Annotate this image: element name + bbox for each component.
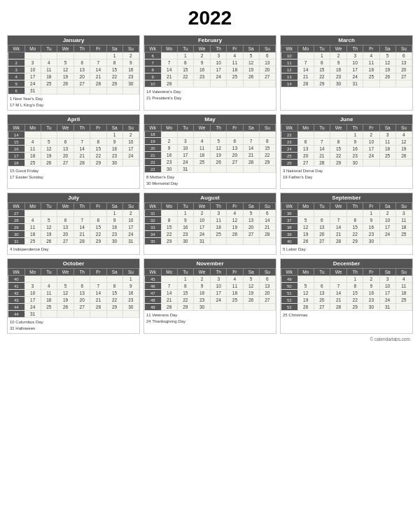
holiday-item: 8 Mother's Day [146, 174, 274, 181]
week-number: 27 [8, 210, 25, 217]
day-cell: 17 [379, 224, 396, 231]
day-cell [243, 166, 259, 173]
day-header: Th [347, 46, 363, 52]
day-cell: 17 [193, 224, 210, 231]
day-header: Wk [145, 269, 162, 276]
day-cell [106, 88, 122, 94]
month-header: March [281, 36, 412, 45]
day-cell: 21 [330, 231, 346, 238]
day-cell: 9 [193, 59, 210, 66]
week-number: 48 [145, 297, 162, 304]
day-cell: 27 [314, 238, 330, 245]
week-number: 44 [8, 311, 25, 318]
day-cell: 20 [57, 231, 74, 238]
month-header: June [281, 115, 412, 124]
day-cell: 23 [347, 153, 363, 160]
day-cell: 20 [227, 152, 243, 159]
day-cell: 11 [193, 145, 210, 152]
month-table: WkMoTuWeThFrSaSu271228456789102911121314… [8, 202, 139, 245]
day-cell [330, 276, 346, 283]
day-cell [24, 132, 41, 139]
day-cell: 17 [122, 146, 139, 153]
day-cell: 15 [161, 224, 177, 231]
holiday-item: 30 Memorial Day [146, 181, 274, 187]
day-cell: 15 [90, 146, 106, 153]
day-cell: 11 [363, 59, 379, 66]
day-header: Su [396, 125, 412, 132]
day-cell: 20 [396, 66, 412, 74]
day-cell: 8 [347, 283, 363, 290]
day-cell: 6 [57, 139, 74, 146]
day-cell: 12 [379, 59, 396, 66]
day-cell: 28 [161, 80, 177, 88]
day-cell: 9 [161, 145, 177, 152]
day-header: Su [122, 203, 139, 210]
week-number: 36 [281, 210, 298, 217]
week-number: 13 [281, 74, 298, 80]
day-cell: 29 [177, 304, 193, 311]
day-header: Su [259, 125, 275, 132]
day-cell: 3 [347, 52, 363, 59]
day-cell: 3 [177, 138, 193, 145]
day-cell: 27 [74, 304, 90, 311]
day-cell: 23 [106, 153, 122, 160]
day-cell: 27 [396, 74, 412, 80]
week-number: 24 [281, 146, 298, 153]
day-cell: 10 [379, 217, 396, 224]
day-cell [161, 210, 177, 217]
day-cell: 26 [41, 160, 57, 167]
day-cell: 5 [57, 59, 74, 66]
day-cell: 16 [106, 146, 122, 153]
day-cell: 6 [259, 52, 275, 59]
day-cell: 12 [211, 145, 227, 152]
month-block-may: MayWkMoTuWeThFrSaSu181923456782091011121… [144, 114, 276, 189]
day-cell: 20 [259, 66, 275, 74]
day-cell: 19 [243, 290, 259, 297]
week-number: 47 [145, 290, 162, 297]
day-header: We [330, 203, 346, 210]
day-header: Tu [41, 203, 57, 210]
day-header: Th [347, 203, 363, 210]
day-cell: 14 [259, 217, 275, 224]
day-cell: 15 [106, 66, 122, 74]
day-cell: 9 [106, 217, 122, 224]
day-cell: 4 [24, 217, 41, 224]
week-number: 2 [8, 59, 25, 66]
month-header: April [8, 115, 139, 124]
week-number: 31 [145, 210, 162, 217]
week-number: 26 [281, 160, 298, 167]
day-cell: 18 [193, 152, 210, 159]
day-cell: 21 [243, 152, 259, 159]
day-cell: 21 [74, 231, 90, 238]
day-header: Sa [106, 46, 122, 52]
day-cell [193, 80, 210, 88]
day-cell: 10 [122, 139, 139, 146]
day-cell: 10 [211, 283, 227, 290]
day-header: We [330, 46, 346, 52]
day-cell: 2 [193, 210, 210, 217]
day-cell: 4 [41, 283, 57, 290]
day-cell: 26 [227, 231, 243, 238]
day-cell [41, 210, 57, 217]
day-cell: 5 [379, 52, 396, 59]
month-block-december: DecemberWkMoTuWeThFrSaSu4912345056789101… [280, 258, 413, 334]
day-cell: 17 [347, 66, 363, 74]
week-number: 25 [281, 153, 298, 160]
day-cell [330, 132, 346, 139]
day-cell [227, 304, 243, 311]
day-header: Tu [177, 269, 193, 276]
day-cell: 6 [57, 217, 74, 224]
day-cell: 7 [74, 217, 90, 224]
day-cell [347, 210, 363, 217]
day-cell: 21 [259, 224, 275, 231]
day-cell: 26 [298, 304, 314, 311]
day-cell: 14 [90, 66, 106, 74]
month-block-november: NovemberWkMoTuWeThFrSaSu4512345646789101… [144, 258, 276, 334]
day-header: Tu [314, 125, 330, 132]
day-cell: 1 [314, 52, 330, 59]
day-cell [177, 80, 193, 88]
day-cell [396, 238, 412, 245]
month-block-february: FebruaryWkMoTuWeThFrSaSu6123456778910111… [144, 35, 276, 111]
holidays: 5 Labor Day [281, 245, 412, 254]
day-cell: 1 [106, 210, 122, 217]
